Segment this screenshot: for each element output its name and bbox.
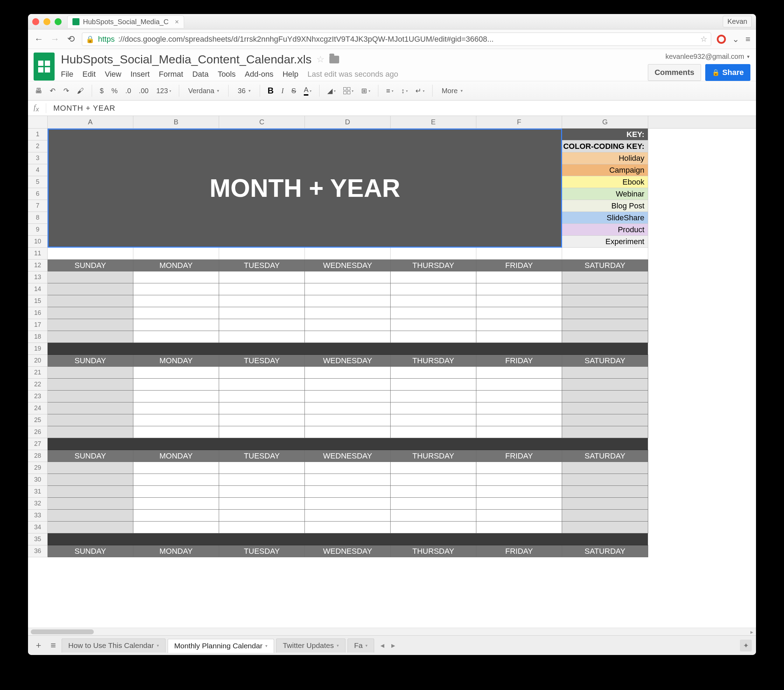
print-icon[interactable]: 🖶 xyxy=(33,86,44,96)
format-percent-icon[interactable]: % xyxy=(109,86,120,96)
row-header-32[interactable]: 32 xyxy=(28,498,48,510)
strikethrough-button[interactable]: S xyxy=(290,86,298,96)
cell-r22-B[interactable] xyxy=(133,379,219,391)
cell-r33-F[interactable] xyxy=(476,510,562,522)
share-button[interactable]: 🔒 Share xyxy=(705,64,750,81)
cell-r25-G[interactable] xyxy=(562,414,648,426)
row-header-34[interactable]: 34 xyxy=(28,522,48,533)
close-tab-icon[interactable]: × xyxy=(175,18,179,26)
cell-r15-D[interactable] xyxy=(305,295,390,307)
cell-r14-B[interactable] xyxy=(133,283,219,295)
decrease-decimal-icon[interactable]: .0 xyxy=(123,86,133,96)
cell-r16-C[interactable] xyxy=(219,307,305,319)
vertical-align-button[interactable]: ↕ ▾ xyxy=(399,86,410,96)
redo-icon[interactable]: ↷ xyxy=(61,85,71,96)
row-header-31[interactable]: 31 xyxy=(28,486,48,498)
row-header-19[interactable]: 19 xyxy=(28,343,48,355)
cell-r31-A[interactable] xyxy=(48,486,133,498)
cell-r16-D[interactable] xyxy=(305,307,390,319)
col-header-D[interactable]: D xyxy=(305,116,390,128)
row-header-35[interactable]: 35 xyxy=(28,533,48,545)
cell-r24-C[interactable] xyxy=(219,403,305,414)
cell-r25-F[interactable] xyxy=(476,414,562,426)
cell-r33-G[interactable] xyxy=(562,510,648,522)
cell-r25-C[interactable] xyxy=(219,414,305,426)
menu-data[interactable]: Data xyxy=(192,70,208,79)
row-header-3[interactable]: 3 xyxy=(28,152,48,164)
cell-r32-G[interactable] xyxy=(562,498,648,510)
cell-r18-C[interactable] xyxy=(219,331,305,343)
cell-r13-C[interactable] xyxy=(219,271,305,283)
cell-r29-C[interactable] xyxy=(219,462,305,474)
cell-r21-A[interactable] xyxy=(48,367,133,379)
cell-r15-G[interactable] xyxy=(562,295,648,307)
sheet-tab-fa[interactable]: Fa▾ xyxy=(348,639,374,652)
row-header-7[interactable]: 7 xyxy=(28,200,48,212)
cell-r22-A[interactable] xyxy=(48,379,133,391)
row-header-10[interactable]: 10 xyxy=(28,236,48,248)
cell-r26-C[interactable] xyxy=(219,426,305,438)
reload-icon[interactable]: ⟲ xyxy=(66,34,76,45)
close-window-icon[interactable] xyxy=(32,18,39,25)
cell-r13-D[interactable] xyxy=(305,271,390,283)
cell-r17-E[interactable] xyxy=(390,319,476,331)
menu-insert[interactable]: Insert xyxy=(130,70,150,79)
cell-r31-G[interactable] xyxy=(562,486,648,498)
row-header-6[interactable]: 6 xyxy=(28,188,48,200)
cell-r32-F[interactable] xyxy=(476,498,562,510)
font-size-select[interactable]: 36▾ xyxy=(234,87,254,95)
row-header-17[interactable]: 17 xyxy=(28,319,48,331)
cell-r33-C[interactable] xyxy=(219,510,305,522)
cell-r25-D[interactable] xyxy=(305,414,390,426)
sheet-tab-twitter-updates[interactable]: Twitter Updates▾ xyxy=(276,639,346,652)
menu-add-ons[interactable]: Add-ons xyxy=(245,70,273,79)
cell-r22-F[interactable] xyxy=(476,379,562,391)
row-header-29[interactable]: 29 xyxy=(28,462,48,474)
cell-r16-B[interactable] xyxy=(133,307,219,319)
cell-r30-C[interactable] xyxy=(219,474,305,486)
back-icon[interactable]: ← xyxy=(34,34,44,45)
cell-r24-D[interactable] xyxy=(305,403,390,414)
row-header-18[interactable]: 18 xyxy=(28,331,48,343)
cell-r32-B[interactable] xyxy=(133,498,219,510)
cell-r14-A[interactable] xyxy=(48,283,133,295)
tab-scroll-left-icon[interactable]: ◂ xyxy=(380,641,384,650)
cell-r15-A[interactable] xyxy=(48,295,133,307)
text-color-button[interactable]: A ▾ xyxy=(302,84,314,97)
url-bar[interactable]: 🔒 https ://docs.google.com/spreadsheets/… xyxy=(82,33,711,46)
cell-r29-G[interactable] xyxy=(562,462,648,474)
cell-r24-B[interactable] xyxy=(133,403,219,414)
col-header-F[interactable]: F xyxy=(476,116,562,128)
cell-r30-F[interactable] xyxy=(476,474,562,486)
cell-r32-D[interactable] xyxy=(305,498,390,510)
cell-r13-E[interactable] xyxy=(390,271,476,283)
fill-color-button[interactable]: ◢ ▾ xyxy=(325,85,338,96)
row-header-30[interactable]: 30 xyxy=(28,474,48,486)
more-formats-icon[interactable]: 123 ▾ xyxy=(154,86,173,96)
more-toolbar-button[interactable]: More▾ xyxy=(438,87,466,95)
bookmark-star-icon[interactable]: ☆ xyxy=(700,35,707,44)
col-header-A[interactable]: A xyxy=(48,116,133,128)
cell-r26-B[interactable] xyxy=(133,426,219,438)
cell-r14-F[interactable] xyxy=(476,283,562,295)
cell-r23-C[interactable] xyxy=(219,391,305,403)
cell-r30-G[interactable] xyxy=(562,474,648,486)
row-header-16[interactable]: 16 xyxy=(28,307,48,319)
menu-file[interactable]: File xyxy=(61,70,73,79)
browser-tab[interactable]: HubSpots_Social_Media_C × xyxy=(67,15,184,28)
cell-r17-B[interactable] xyxy=(133,319,219,331)
star-document-icon[interactable]: ☆ xyxy=(316,54,324,65)
horizontal-align-button[interactable]: ≡ ▾ xyxy=(384,86,395,96)
undo-icon[interactable]: ↶ xyxy=(48,85,58,96)
row-header-1[interactable]: 1 xyxy=(28,129,48,140)
select-all-corner[interactable] xyxy=(28,116,48,128)
add-sheet-button[interactable]: + xyxy=(32,639,45,652)
cell-r24-F[interactable] xyxy=(476,403,562,414)
cell-r15-B[interactable] xyxy=(133,295,219,307)
borders-button[interactable]: ▾ xyxy=(341,86,356,96)
document-title[interactable]: HubSpots_Social_Media_Content_Calendar.x… xyxy=(61,53,311,66)
menu-edit[interactable]: Edit xyxy=(82,70,96,79)
explore-button[interactable]: ✦ xyxy=(740,640,752,652)
col-header-E[interactable]: E xyxy=(390,116,476,128)
cell-r29-A[interactable] xyxy=(48,462,133,474)
